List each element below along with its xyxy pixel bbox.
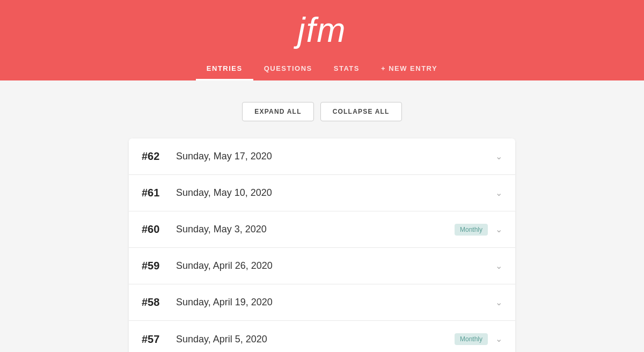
entry-badge-60: Monthly [455,224,488,236]
main-content: EXPAND ALL COLLAPSE ALL #62Sunday, May 1… [0,80,644,352]
nav-item-stats[interactable]: STATS [323,58,370,80]
entry-date-60: Sunday, May 3, 2020 [176,224,455,235]
entry-row-59[interactable]: #59Sunday, April 26, 2020⌄ [129,248,515,284]
entry-row-58[interactable]: #58Sunday, April 19, 2020⌄ [129,284,515,321]
entry-date-61: Sunday, May 10, 2020 [176,187,495,199]
entry-number-57: #57 [142,333,176,346]
entry-row-57[interactable]: #57Sunday, April 5, 2020Monthly⌄ [129,321,515,352]
entry-badge-57: Monthly [455,333,488,345]
nav-item-new-entry[interactable]: + NEW ENTRY [370,58,448,80]
main-nav: ENTRIESQUESTIONSSTATS+ NEW ENTRY [196,58,448,80]
entry-date-62: Sunday, May 17, 2020 [176,151,495,162]
expand-all-button[interactable]: EXPAND ALL [242,102,313,121]
chevron-down-icon: ⌄ [495,225,502,234]
entry-number-58: #58 [142,296,176,309]
entry-row-62[interactable]: #62Sunday, May 17, 2020⌄ [129,138,515,175]
entry-number-60: #60 [142,223,176,236]
chevron-down-icon: ⌄ [495,262,502,270]
action-buttons: EXPAND ALL COLLAPSE ALL [242,102,401,121]
entries-list: #62Sunday, May 17, 2020⌄#61Sunday, May 1… [129,138,515,352]
chevron-down-icon: ⌄ [495,335,502,343]
entry-date-59: Sunday, April 26, 2020 [176,260,495,272]
app-header: jfm ENTRIESQUESTIONSSTATS+ NEW ENTRY [0,0,644,80]
nav-item-entries[interactable]: ENTRIES [196,58,253,80]
entry-number-61: #61 [142,187,176,199]
entry-date-58: Sunday, April 19, 2020 [176,297,495,308]
chevron-down-icon: ⌄ [495,152,502,161]
entry-date-57: Sunday, April 5, 2020 [176,334,455,345]
app-logo: jfm [297,13,346,47]
collapse-all-button[interactable]: COLLAPSE ALL [320,102,402,121]
entry-row-60[interactable]: #60Sunday, May 3, 2020Monthly⌄ [129,211,515,248]
entry-number-62: #62 [142,150,176,163]
chevron-down-icon: ⌄ [495,189,502,197]
chevron-down-icon: ⌄ [495,298,502,307]
nav-item-questions[interactable]: QUESTIONS [253,58,323,80]
entry-number-59: #59 [142,260,176,272]
entry-row-61[interactable]: #61Sunday, May 10, 2020⌄ [129,175,515,211]
